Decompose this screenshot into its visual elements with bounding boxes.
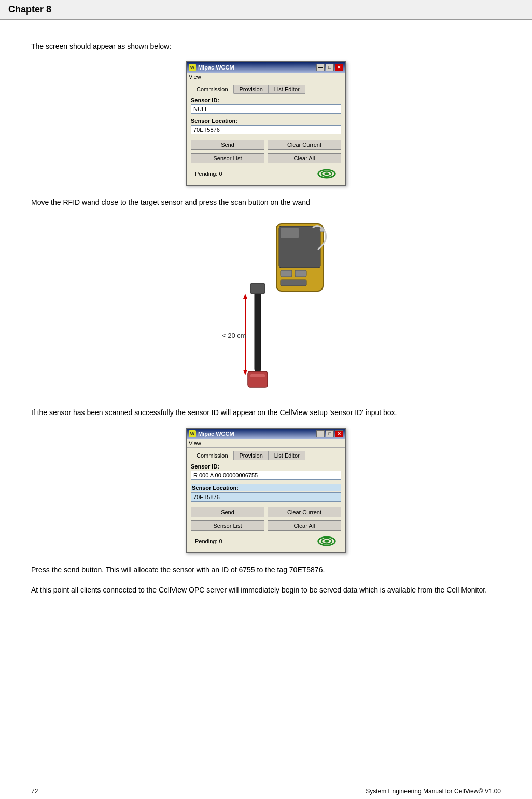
tab-commission-2[interactable]: Commission bbox=[191, 451, 234, 460]
tab-provision-1[interactable]: Provision bbox=[234, 85, 269, 94]
intro-paragraph: The screen should appear as shown below: bbox=[31, 41, 501, 52]
close-btn-2[interactable]: ✕ bbox=[335, 430, 343, 437]
win-titlebar-left-2: W Mipac WCCM bbox=[189, 430, 234, 437]
chapter-title: Chapter 8 bbox=[8, 4, 51, 15]
menubar-view-2[interactable]: View bbox=[189, 440, 201, 446]
scan-success-text: If the sensor has been scanned successfu… bbox=[31, 408, 397, 417]
sensor-location-input-1[interactable] bbox=[191, 125, 341, 134]
svg-rect-13 bbox=[248, 371, 268, 387]
svg-marker-18 bbox=[243, 294, 247, 299]
send-btn-2[interactable]: Send bbox=[191, 507, 264, 517]
signal-svg-2 bbox=[316, 535, 337, 547]
svg-rect-11 bbox=[255, 288, 261, 371]
footer-bar: 72 System Engineering Manual for CellVie… bbox=[0, 783, 532, 799]
at-this-point-paragraph: At this point all clients connected to t… bbox=[31, 585, 501, 596]
app-icon-1: W bbox=[189, 64, 196, 71]
clear-current-btn-2[interactable]: Clear Current bbox=[268, 507, 341, 517]
win-tabs-1: Commission Provision List Editor bbox=[191, 85, 341, 94]
wand-image-area: < 20 cm bbox=[31, 218, 501, 395]
rfid-instruction-paragraph: Move the RFID wand close to the target s… bbox=[31, 197, 501, 208]
svg-rect-14 bbox=[250, 374, 265, 377]
sensor-id-label-1: Sensor ID: bbox=[191, 97, 341, 103]
rfid-instruction-text: Move the RFID wand close to the target s… bbox=[31, 198, 310, 206]
win-footer-2: Pending: 0 bbox=[191, 533, 341, 549]
tab-commission-1[interactable]: Commission bbox=[191, 85, 234, 94]
sensor-location-label-2: Sensor Location: bbox=[191, 484, 341, 491]
press-send-paragraph: Press the send button. This will allocat… bbox=[31, 564, 501, 575]
win-body-2: Commission Provision List Editor Sensor … bbox=[187, 448, 345, 552]
win-title-1: Mipac WCCM bbox=[198, 64, 234, 71]
clear-current-btn-1[interactable]: Clear Current bbox=[268, 140, 341, 150]
svg-rect-8 bbox=[295, 270, 306, 277]
signal-icon-1 bbox=[316, 168, 337, 180]
app-icon-2: W bbox=[189, 430, 196, 437]
win-menubar-1[interactable]: View bbox=[187, 73, 345, 81]
svg-marker-16 bbox=[243, 370, 247, 375]
minimize-btn-2[interactable]: — bbox=[316, 430, 325, 437]
tab-list-editor-1[interactable]: List Editor bbox=[269, 85, 305, 94]
btn-row-2b: Sensor List Clear All bbox=[191, 520, 341, 531]
send-btn-1[interactable]: Send bbox=[191, 140, 264, 150]
scan-success-paragraph: If the sensor has been scanned successfu… bbox=[31, 407, 501, 418]
tab-list-editor-2[interactable]: List Editor bbox=[269, 451, 305, 460]
pending-text-2: Pending: 0 bbox=[195, 538, 222, 544]
svg-text:< 20 cm: < 20 cm bbox=[222, 332, 246, 339]
close-btn-1[interactable]: ✕ bbox=[335, 64, 343, 71]
intro-text: The screen should appear as shown below: bbox=[31, 42, 171, 50]
win-titlebar-1: W Mipac WCCM — □ ✕ bbox=[187, 62, 345, 73]
win-frame-1: W Mipac WCCM — □ ✕ View Commission Provi… bbox=[186, 61, 346, 186]
footer-title: System Engineering Manual for CellView© … bbox=[366, 788, 501, 795]
signal-icon-2 bbox=[316, 535, 337, 547]
window-screenshot-1: W Mipac WCCM — □ ✕ View Commission Provi… bbox=[31, 61, 501, 186]
sensor-list-btn-2[interactable]: Sensor List bbox=[191, 520, 264, 531]
restore-btn-2[interactable]: □ bbox=[326, 430, 334, 437]
win-title-2: Mipac WCCM bbox=[198, 431, 234, 437]
wand-container: < 20 cm bbox=[193, 218, 339, 395]
page-content: The screen should appear as shown below:… bbox=[0, 20, 532, 636]
minimize-btn-1[interactable]: — bbox=[316, 64, 325, 71]
sensor-list-btn-1[interactable]: Sensor List bbox=[191, 153, 264, 163]
sensor-location-label-1: Sensor Location: bbox=[191, 118, 341, 124]
restore-btn-1[interactable]: □ bbox=[326, 64, 334, 71]
sensor-location-input-2[interactable] bbox=[191, 492, 341, 502]
svg-point-10 bbox=[320, 228, 324, 232]
win-controls-1: — □ ✕ bbox=[316, 64, 343, 71]
signal-svg-1 bbox=[316, 168, 337, 180]
sensor-id-input-1[interactable] bbox=[191, 104, 341, 114]
svg-point-23 bbox=[326, 540, 328, 542]
win-body-1: Commission Provision List Editor Sensor … bbox=[187, 81, 345, 185]
sensor-id-label-2: Sensor ID: bbox=[191, 463, 341, 470]
window-screenshot-2: W Mipac WCCM — □ ✕ View Commission Provi… bbox=[31, 428, 501, 553]
win-menubar-2[interactable]: View bbox=[187, 439, 345, 448]
btn-row-1a: Send Clear Current bbox=[191, 140, 341, 150]
svg-rect-12 bbox=[250, 283, 265, 294]
win-titlebar-2: W Mipac WCCM — □ ✕ bbox=[187, 429, 345, 439]
pending-text-1: Pending: 0 bbox=[195, 171, 222, 177]
win-tabs-2: Commission Provision List Editor bbox=[191, 451, 341, 460]
svg-rect-9 bbox=[281, 280, 306, 286]
win-controls-2: — □ ✕ bbox=[316, 430, 343, 437]
btn-row-2a: Send Clear Current bbox=[191, 507, 341, 517]
sensor-id-input-2[interactable] bbox=[191, 471, 341, 480]
svg-rect-6 bbox=[281, 228, 299, 238]
tab-provision-2[interactable]: Provision bbox=[234, 451, 269, 460]
menubar-view-1[interactable]: View bbox=[189, 74, 201, 80]
win-frame-2: W Mipac WCCM — □ ✕ View Commission Provi… bbox=[186, 428, 346, 553]
svg-point-3 bbox=[326, 173, 328, 175]
wand-illustration: < 20 cm bbox=[193, 218, 339, 395]
press-send-text: Press the send button. This will allocat… bbox=[31, 566, 325, 574]
clear-all-btn-2[interactable]: Clear All bbox=[268, 520, 341, 531]
btn-row-1b: Sensor List Clear All bbox=[191, 153, 341, 163]
at-this-point-text: At this point all clients connected to t… bbox=[31, 586, 487, 594]
page-number: 72 bbox=[31, 788, 38, 795]
svg-rect-7 bbox=[281, 270, 292, 277]
clear-all-btn-1[interactable]: Clear All bbox=[268, 153, 341, 163]
win-footer-1: Pending: 0 bbox=[191, 166, 341, 182]
chapter-header: Chapter 8 bbox=[0, 0, 532, 20]
win-titlebar-left-1: W Mipac WCCM bbox=[189, 64, 234, 71]
